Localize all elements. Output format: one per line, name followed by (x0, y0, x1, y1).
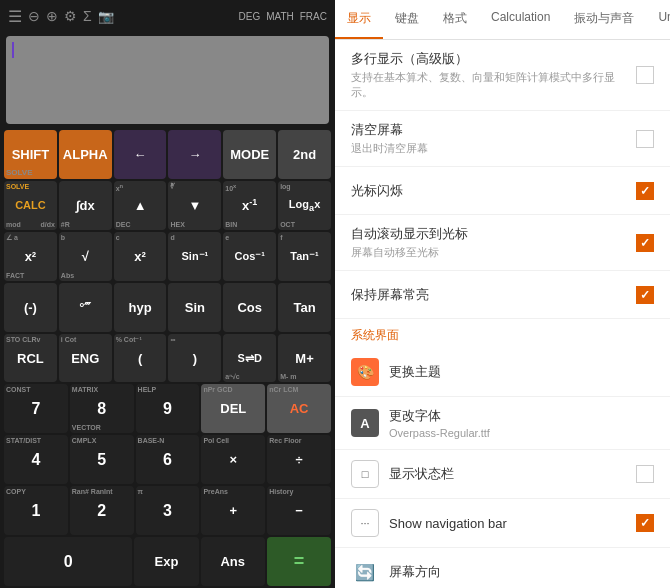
calc-button[interactable]: SOLVE CALC mod d/dx (4, 181, 57, 230)
arccos-button[interactable]: e Cos⁻¹ (223, 232, 276, 281)
tab-format[interactable]: 格式 (431, 0, 479, 39)
list-item: 光标闪烁 (335, 167, 670, 215)
setting-wakelock-title: 保持屏幕常亮 (351, 286, 636, 304)
settings-tabs: 显示 键盘 格式 Calculation 振动与声音 Un (335, 0, 670, 40)
eng-button[interactable]: i Cot ENG (59, 334, 112, 383)
alpha-button[interactable]: ALPHA (59, 130, 112, 179)
hyp-button[interactable]: hyp (114, 283, 167, 332)
x-inverse-button[interactable]: 10x x-1 BIN (223, 181, 276, 230)
list-item: 保持屏幕常亮 (335, 271, 670, 319)
setting-font-text: 更改字体 Overpass-Regular.ttf (389, 407, 654, 439)
btn-row-5: STO CLRv RCL i Cot ENG % Cot⁻¹ ( ∞ ) S⇌D… (4, 334, 331, 383)
font-icon: A (351, 409, 379, 437)
arctan-button[interactable]: f Tan⁻¹ (278, 232, 331, 281)
statusbar-checkbox[interactable] (636, 465, 654, 483)
angle-button[interactable]: ∠ a x² FACT (4, 232, 57, 281)
negate-button[interactable]: (-) (4, 283, 57, 332)
mode-frac: FRAC (300, 11, 327, 22)
2nd-button[interactable]: 2nd (278, 130, 331, 179)
right-arrow-button[interactable]: → (168, 130, 221, 179)
6-button[interactable]: BASE-N 6 (136, 435, 200, 484)
sigma-icon[interactable]: Σ (83, 8, 92, 24)
9-button[interactable]: HELP 9 (136, 384, 200, 433)
8-button[interactable]: MATRIX 8 VECTOR (70, 384, 134, 433)
left-arrow-button[interactable]: ← (114, 130, 167, 179)
list-item: 自动滚动显示到光标 屏幕自动移至光标 (335, 215, 670, 271)
sin-button[interactable]: Sin (168, 283, 221, 332)
list-item[interactable]: 🎨 更换主题 (335, 348, 670, 397)
settings-content: 多行显示（高级版） 支持在基本算术、复数、向量和矩阵计算模式中多行显示。 清空屏… (335, 40, 670, 588)
arcsin-button[interactable]: d Sin⁻¹ (168, 232, 221, 281)
x-squared-button[interactable]: c x² (114, 232, 167, 281)
up-arrow-button[interactable]: xn ▲ DEC (114, 181, 167, 230)
ac-button[interactable]: nCr LCM AC (267, 384, 331, 433)
setting-clear-text: 清空屏幕 退出时清空屏幕 (351, 121, 636, 156)
tab-keyboard[interactable]: 键盘 (383, 0, 431, 39)
camera-icon[interactable]: 📷 (98, 9, 114, 24)
btn-row-6: CONST 7 MATRIX 8 VECTOR HELP 9 nPr GCD D… (4, 384, 331, 433)
divide-button[interactable]: Rec Floor ÷ (267, 435, 331, 484)
minus-circle-icon[interactable]: ⊖ (28, 8, 40, 24)
setting-autoscroll-text: 自动滚动显示到光标 屏幕自动移至光标 (351, 225, 636, 260)
down-arrow-button[interactable]: ∛ ▼ HEX (168, 181, 221, 230)
menu-icon[interactable]: ☰ (8, 7, 22, 26)
dms-button[interactable]: °‴ (59, 283, 112, 332)
0-button[interactable]: 0 (4, 537, 132, 586)
settings-gear-icon[interactable]: ⚙ (64, 8, 77, 24)
4-button[interactable]: STAT/DIST 4 (4, 435, 68, 484)
tan-button[interactable]: Tan (278, 283, 331, 332)
system-ui-section-title: 系统界面 (351, 327, 654, 344)
7-button[interactable]: CONST 7 (4, 384, 68, 433)
setting-rotation-title: 屏幕方向 (389, 563, 654, 581)
btn-row-4: (-) °‴ hyp Sin Cos Tan (4, 283, 331, 332)
multiline-checkbox[interactable] (636, 66, 654, 84)
open-paren-button[interactable]: % Cot⁻¹ ( (114, 334, 167, 383)
exp-button[interactable]: Exp (134, 537, 198, 586)
mode-button[interactable]: MODE (223, 130, 276, 179)
rotation-icon: 🔄 (351, 558, 379, 586)
sqrt-button[interactable]: b √ Abs (59, 232, 112, 281)
setting-navbar-text: Show navigation bar (389, 516, 636, 531)
3-button[interactable]: π 3 (136, 486, 200, 535)
minus-button[interactable]: History − (267, 486, 331, 535)
plus-circle-icon[interactable]: ⊕ (46, 8, 58, 24)
cos-button[interactable]: Cos (223, 283, 276, 332)
close-paren-button[interactable]: ∞ ) (168, 334, 221, 383)
sd-button[interactable]: S⇌D aⁿ√c (223, 334, 276, 383)
tab-calculation[interactable]: Calculation (479, 0, 562, 39)
clear-checkbox[interactable] (636, 130, 654, 148)
list-item[interactable]: A 更改字体 Overpass-Regular.ttf (335, 397, 670, 450)
equals-button[interactable]: = (267, 537, 331, 586)
navbar-checkbox[interactable] (636, 514, 654, 532)
loga-button[interactable]: log Logax OCT (278, 181, 331, 230)
setting-navbar-title: Show navigation bar (389, 516, 636, 531)
ans-button[interactable]: Ans (201, 537, 265, 586)
calculator-panel: ☰ ⊖ ⊕ ⚙ Σ 📷 DEG MATH FRAC SHIFT SOLVE AL… (0, 0, 335, 588)
tab-un[interactable]: Un (646, 0, 670, 39)
btn-row-1: SHIFT SOLVE ALPHA ← → MODE 2nd (4, 130, 331, 179)
multiply-button[interactable]: Pol Cell × (201, 435, 265, 484)
system-ui-section-header: 系统界面 (335, 319, 670, 348)
list-item[interactable]: 🔄 屏幕方向 (335, 548, 670, 588)
wakelock-checkbox[interactable] (636, 286, 654, 304)
settings-panel: 显示 键盘 格式 Calculation 振动与声音 Un 多行显示（高级版） … (335, 0, 670, 588)
btn-row-7: STAT/DIST 4 CMPLX 5 BASE-N 6 Pol Cell × … (4, 435, 331, 484)
calc-header: ☰ ⊖ ⊕ ⚙ Σ 📷 DEG MATH FRAC (0, 0, 335, 32)
setting-wakelock-text: 保持屏幕常亮 (351, 286, 636, 304)
5-button[interactable]: CMPLX 5 (70, 435, 134, 484)
list-item: ··· Show navigation bar (335, 499, 670, 548)
integral-button[interactable]: ∫dx #R (59, 181, 112, 230)
setting-multiline-text: 多行显示（高级版） 支持在基本算术、复数、向量和矩阵计算模式中多行显示。 (351, 50, 636, 100)
cursor-checkbox[interactable] (636, 182, 654, 200)
plus-button[interactable]: PreAns + (201, 486, 265, 535)
1-button[interactable]: COPY 1 (4, 486, 68, 535)
autoscroll-checkbox[interactable] (636, 234, 654, 252)
tab-display[interactable]: 显示 (335, 0, 383, 39)
rcl-button[interactable]: STO CLRv RCL (4, 334, 57, 383)
shift-button[interactable]: SHIFT SOLVE (4, 130, 57, 179)
tab-vibration[interactable]: 振动与声音 (562, 0, 646, 39)
setting-clear-subtitle: 退出时清空屏幕 (351, 141, 636, 156)
mplus-button[interactable]: M+ M- m (278, 334, 331, 383)
del-button[interactable]: nPr GCD DEL (201, 384, 265, 433)
2-button[interactable]: Ran# RanInt 2 (70, 486, 134, 535)
